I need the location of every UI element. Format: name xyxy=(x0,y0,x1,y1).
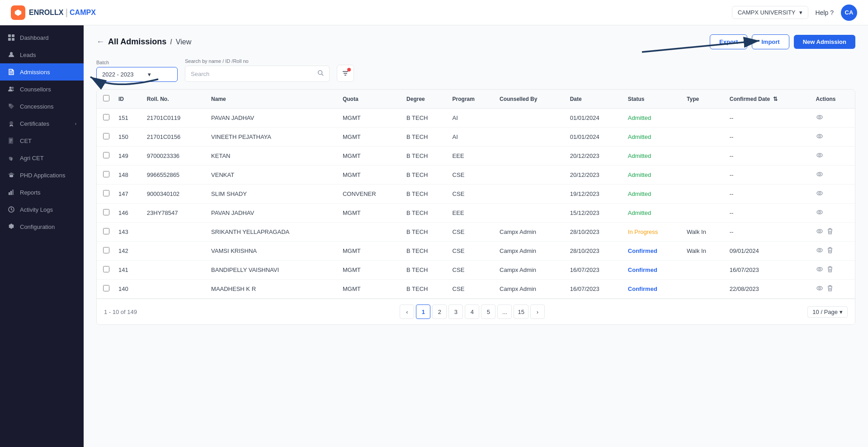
avatar[interactable]: CA xyxy=(841,5,857,21)
sidebar-item-configuration[interactable]: Configuration xyxy=(0,218,84,235)
row-type xyxy=(682,166,725,185)
col-degree: Degree xyxy=(402,90,448,109)
sidebar-item-activity-logs[interactable]: Activity Logs xyxy=(0,201,84,218)
view-icon[interactable] xyxy=(816,152,823,160)
row-checkbox-cell xyxy=(97,204,114,223)
sidebar-item-label-cet: CET xyxy=(20,138,32,144)
sidebar-item-dashboard[interactable]: Dashboard xyxy=(0,29,84,46)
page-button-5[interactable]: 5 xyxy=(481,304,495,319)
row-checkbox[interactable] xyxy=(103,152,109,158)
sidebar-item-cet[interactable]: CET xyxy=(0,132,84,149)
row-actions xyxy=(811,109,855,128)
row-confirmed-date: -- xyxy=(725,223,811,242)
row-confirmed-date: -- xyxy=(725,185,811,204)
sidebar-item-concessions[interactable]: Concessions xyxy=(0,98,84,115)
delete-icon[interactable] xyxy=(827,247,833,255)
graduation-icon xyxy=(7,171,15,179)
page-button-4[interactable]: 4 xyxy=(465,304,479,319)
sort-icon: ⇅ xyxy=(773,96,778,102)
delete-icon[interactable] xyxy=(827,266,833,274)
university-name: CAMPX UNIVERSITY xyxy=(738,9,796,16)
page-button-15[interactable]: 15 xyxy=(514,304,528,319)
row-checkbox[interactable] xyxy=(103,285,109,291)
advanced-filter-button[interactable] xyxy=(337,65,354,82)
university-selector[interactable]: CAMPX UNIVERSITY ▾ xyxy=(732,6,808,19)
sidebar-item-phd[interactable]: PHD Applications xyxy=(0,166,84,184)
export-button[interactable]: Export xyxy=(710,34,747,49)
main-content: ← All Admissions / View Export Import Ne… xyxy=(84,25,868,447)
row-checkbox[interactable] xyxy=(103,228,109,234)
sidebar-item-reports[interactable]: Reports xyxy=(0,184,84,201)
row-roll: 23HY78547 xyxy=(142,204,207,223)
page-size-select[interactable]: 10 / Page ▾ xyxy=(807,306,848,318)
table-row: 143 SRIKANTH YELLAPRAGADA B TECH CSE Cam… xyxy=(97,223,855,242)
sidebar-item-agri-cet[interactable]: Agri CET xyxy=(0,149,84,166)
view-icon[interactable] xyxy=(816,133,823,141)
row-degree: B TECH xyxy=(402,166,448,185)
row-counselled-by xyxy=(495,128,566,147)
row-status: Admitted xyxy=(623,128,682,147)
sidebar-item-label-leads: Leads xyxy=(20,52,36,58)
help-button[interactable]: Help ? xyxy=(816,9,834,16)
sidebar-item-certificates[interactable]: Certificates › xyxy=(0,115,84,132)
row-checkbox-cell xyxy=(97,166,114,185)
row-counselled-by: Campx Admin xyxy=(495,261,566,280)
page-button-3[interactable]: 3 xyxy=(448,304,463,319)
row-type xyxy=(682,128,725,147)
filter-active-dot xyxy=(347,68,351,71)
view-icon[interactable] xyxy=(816,228,823,236)
row-checkbox[interactable] xyxy=(103,209,109,215)
svg-rect-2 xyxy=(12,34,14,37)
col-confirmed-date[interactable]: Confirmed Date ⇅ xyxy=(725,90,811,109)
row-type xyxy=(682,261,725,280)
view-icon[interactable] xyxy=(816,285,823,293)
sidebar-item-leads[interactable]: Leads xyxy=(0,46,84,63)
row-checkbox[interactable] xyxy=(103,171,109,177)
col-name: Name xyxy=(207,90,338,109)
view-icon[interactable] xyxy=(816,114,823,122)
delete-icon[interactable] xyxy=(827,228,833,236)
view-icon[interactable] xyxy=(816,190,823,198)
new-admission-button[interactable]: New Admission xyxy=(794,35,855,49)
row-quota: MGMT xyxy=(338,147,402,166)
row-program: CSE xyxy=(448,261,495,280)
view-icon[interactable] xyxy=(816,266,823,274)
row-degree: B TECH xyxy=(402,109,448,128)
row-name: SLIM SHADY xyxy=(207,185,338,204)
next-page-button[interactable]: › xyxy=(530,304,545,319)
row-checkbox[interactable] xyxy=(103,114,109,120)
row-quota: MGMT xyxy=(338,204,402,223)
batch-select[interactable]: 2022 - 2023 ▾ xyxy=(96,67,178,82)
sidebar-item-counsellors[interactable]: Counsellors xyxy=(0,81,84,98)
svg-point-52 xyxy=(819,287,821,289)
row-counselled-by: Campx Admin xyxy=(495,280,566,299)
svg-point-51 xyxy=(817,286,822,290)
delete-icon[interactable] xyxy=(827,285,833,293)
sidebar-item-admissions[interactable]: Admissions xyxy=(0,63,84,81)
clock-icon xyxy=(7,205,15,214)
row-program: EEE xyxy=(448,204,495,223)
search-input[interactable] xyxy=(191,71,314,77)
row-status: Confirmed xyxy=(623,280,682,299)
row-checkbox[interactable] xyxy=(103,247,109,253)
page-button-1[interactable]: 1 xyxy=(416,304,430,319)
row-checkbox-cell xyxy=(97,280,114,299)
svg-rect-18 xyxy=(9,192,10,195)
view-icon[interactable] xyxy=(816,247,823,255)
select-all-checkbox[interactable] xyxy=(103,95,109,101)
row-checkbox[interactable] xyxy=(103,266,109,272)
row-date: 19/12/2023 xyxy=(566,185,623,204)
back-button[interactable]: ← xyxy=(96,37,104,47)
row-type: Walk In xyxy=(682,242,725,261)
header-right: CAMPX UNIVERSITY ▾ Help ? CA xyxy=(732,5,857,21)
row-id: 143 xyxy=(114,223,142,242)
prev-page-button[interactable]: ‹ xyxy=(400,304,414,319)
row-program: CSE xyxy=(448,223,495,242)
import-button[interactable]: Import xyxy=(752,34,789,49)
row-checkbox[interactable] xyxy=(103,190,109,196)
row-checkbox[interactable] xyxy=(103,133,109,139)
view-icon[interactable] xyxy=(816,209,823,217)
select-all-header xyxy=(97,90,114,109)
page-button-2[interactable]: 2 xyxy=(432,304,447,319)
view-icon[interactable] xyxy=(816,171,823,179)
